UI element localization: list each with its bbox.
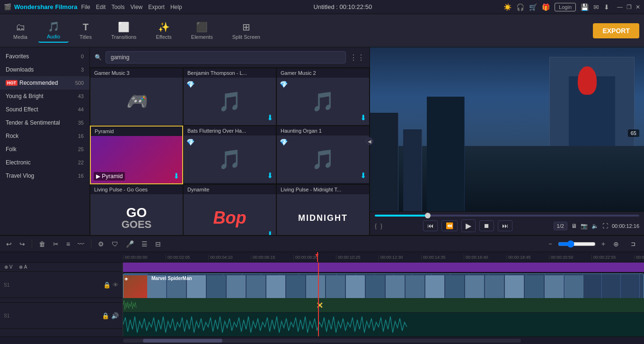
- email-icon[interactable]: ✉: [593, 3, 599, 11]
- menu-export[interactable]: Export: [148, 4, 165, 10]
- tab-effects[interactable]: ✨ Effects: [147, 19, 180, 42]
- tab-media[interactable]: 🗂 Media: [5, 19, 36, 42]
- monitor-icon[interactable]: 🖥: [571, 223, 577, 229]
- fullscreen-icon[interactable]: ⛶: [602, 223, 608, 229]
- shield-button[interactable]: 🛡: [109, 239, 121, 249]
- sidebar-item-tender[interactable]: Tender & Sentimental 35: [0, 116, 89, 129]
- zoom-out-button[interactable]: －: [545, 238, 556, 250]
- media-card-pyramid[interactable]: Pyramid ▶ Pyramid ⬇: [90, 126, 183, 184]
- snapshot-icon[interactable]: 📷: [581, 223, 588, 229]
- download-icon[interactable]: ⬇: [173, 172, 179, 181]
- redo-button[interactable]: ↪: [17, 239, 27, 249]
- media-card-gamer-music-2[interactable]: Gamer Music 2 💎 🎵 ⬇: [276, 68, 370, 126]
- download-icon[interactable]: ⬇: [360, 113, 366, 122]
- add-video-track[interactable]: ⊕ V: [2, 263, 15, 271]
- download-icon[interactable]: ⬇: [604, 3, 609, 11]
- login-button[interactable]: Login: [555, 3, 576, 11]
- adjust-button[interactable]: ≡: [64, 239, 72, 249]
- step-back-button[interactable]: ⏪: [441, 220, 458, 231]
- tab-transitions[interactable]: ⬜ Transitions: [103, 19, 145, 42]
- media-card-haunting-organ[interactable]: Haunting Organ 1 💎 🎵 ⬇: [276, 126, 370, 184]
- menu-tools[interactable]: Tools: [111, 4, 124, 10]
- media-card-living-pulse-go[interactable]: Living Pulse - Go Goes GO GOES: [90, 184, 183, 235]
- progress-bar[interactable]: [375, 215, 639, 217]
- scrollbar-track[interactable]: [123, 339, 521, 343]
- download-icon[interactable]: ⬇: [267, 230, 273, 235]
- tab-titles[interactable]: T Titles: [71, 19, 100, 42]
- sidebar-item-travel-vlog[interactable]: Travel Vlog 16: [0, 169, 89, 182]
- sidebar-item-folk-label: Folk: [6, 146, 78, 153]
- track-eye-icon[interactable]: 👁: [113, 281, 119, 289]
- sidebar-item-sound-effect[interactable]: Sound Effect 44: [0, 103, 89, 116]
- download-icon[interactable]: ⬇: [360, 171, 366, 180]
- track-lock-icon[interactable]: 🔒: [103, 281, 111, 289]
- prev-frame-button[interactable]: ⏮: [423, 220, 438, 231]
- sidebar-item-folk[interactable]: Folk 25: [0, 143, 89, 156]
- headphone-icon[interactable]: 🎧: [516, 3, 524, 11]
- menu-edit[interactable]: Edit: [96, 4, 106, 10]
- media-card-dynamite[interactable]: Dynamite Bop ⬇: [183, 184, 276, 235]
- download-icon[interactable]: ⬇: [267, 171, 273, 180]
- export-button[interactable]: EXPORT: [593, 23, 639, 38]
- sidebar-item-downloads-count: 3: [81, 67, 84, 72]
- sidebar-item-recommended-label: Recommended: [19, 80, 75, 86]
- save-icon[interactable]: 💾: [581, 3, 589, 11]
- menu-help[interactable]: Help: [170, 4, 182, 10]
- sidebar-item-downloads[interactable]: Downloads 3: [0, 63, 89, 76]
- tab-split-screen[interactable]: ⊞ Split Screen: [224, 19, 269, 42]
- sidebar-collapse-arrow[interactable]: ◀: [366, 137, 373, 145]
- add-audio-track[interactable]: ⊕ A: [17, 263, 29, 271]
- track-lock-audio-icon[interactable]: 🔒: [102, 312, 109, 319]
- svg-rect-0: [123, 298, 644, 312]
- grid-view-icon[interactable]: ⋮⋮: [350, 53, 365, 62]
- stop-button[interactable]: ⏹: [479, 220, 494, 231]
- audio-wave-button[interactable]: 〰: [75, 239, 87, 249]
- media-card-bats-flutter[interactable]: Bats Fluttering Over Ha... 💎 🎵 ⬇: [183, 126, 276, 184]
- divider: [91, 239, 91, 249]
- card-thumbnail: ▶ Pyramid ⬇: [91, 136, 182, 183]
- sidebar-item-favorites[interactable]: Favorites 0: [0, 50, 89, 63]
- play-button[interactable]: ▶: [461, 219, 476, 232]
- sidebar-item-electronic[interactable]: Electronic 22: [0, 156, 89, 169]
- timeline-end-control: ⊐: [626, 241, 640, 247]
- tab-elements-label: Elements: [191, 34, 213, 40]
- video-clip[interactable]: 🕷 Marvel SpiderMan: [123, 273, 644, 299]
- track-volume-icon[interactable]: 🔊: [111, 312, 119, 319]
- zoom-slider[interactable]: [558, 240, 596, 248]
- mic-button[interactable]: 🎤: [124, 239, 136, 249]
- zoom-in-button[interactable]: ＋: [598, 238, 609, 250]
- sidebar-item-sound-effect-label: Sound Effect: [6, 106, 78, 113]
- cut-button[interactable]: ✂: [51, 239, 61, 249]
- sidebar-item-recommended[interactable]: HOT Recommended 500: [0, 76, 89, 90]
- sidebar-item-favorites-count: 0: [81, 54, 84, 59]
- settings-button[interactable]: ⚙: [96, 239, 106, 249]
- media-card-benjamin[interactable]: Benjamin Thompson - L... 💎 🎵 ⬇: [183, 68, 276, 126]
- sun-icon[interactable]: ☀️: [503, 3, 512, 11]
- minimize-button[interactable]: —: [617, 4, 623, 10]
- sidebar-item-young-bright[interactable]: Young & Bright 43: [0, 90, 89, 103]
- cart-icon[interactable]: 🛒: [529, 3, 537, 11]
- maximize-button[interactable]: ❐: [626, 4, 632, 10]
- add-track-button[interactable]: ⊕: [611, 239, 621, 249]
- media-card-living-pulse-midnight[interactable]: Living Pulse - Midnight T... MIDNIGHT: [276, 184, 370, 235]
- menu-file[interactable]: File: [81, 4, 90, 10]
- playback-rate[interactable]: 1/2: [554, 222, 567, 230]
- search-input[interactable]: gaming: [106, 51, 346, 63]
- volume-icon[interactable]: 🔈: [591, 223, 599, 229]
- list-button[interactable]: ☰: [139, 239, 150, 249]
- layout-button[interactable]: ⊟: [153, 239, 163, 249]
- media-card-gamer-music-3[interactable]: Gamer Music 3 🎮: [90, 68, 183, 126]
- next-frame-button[interactable]: ⏭: [498, 220, 512, 231]
- control-row: { } ⏮ ⏪ ▶ ⏹ ⏭ 1/2 🖥 📷 🔈 ⛶ 00:00:12:16: [375, 219, 639, 232]
- scrollbar-thumb[interactable]: [143, 339, 222, 343]
- tab-audio[interactable]: 🎵 Audio: [38, 18, 69, 43]
- delete-button[interactable]: 🗑: [36, 239, 48, 249]
- tab-elements[interactable]: ⬛ Elements: [183, 19, 221, 42]
- download-icon[interactable]: ⬇: [267, 113, 273, 122]
- undo-button[interactable]: ↩: [4, 239, 14, 249]
- gift-icon[interactable]: 🎁: [542, 3, 550, 11]
- close-button[interactable]: ✕: [635, 4, 640, 10]
- sidebar-item-electronic-label: Electronic: [6, 159, 78, 166]
- menu-view[interactable]: View: [130, 4, 142, 10]
- sidebar-item-rock[interactable]: Rock 16: [0, 129, 89, 143]
